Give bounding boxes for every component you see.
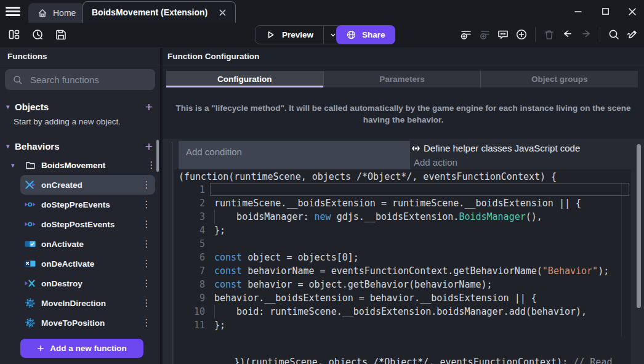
code-line-7[interactable]: 7const behaviorName = eventsFunctionCont… bbox=[174, 264, 631, 278]
code-footer-code: })(runtimeScene, objects /*Object*/, eve… bbox=[234, 357, 573, 364]
function-item-MoveToPosition[interactable]: MoveToPosition⋮ bbox=[20, 313, 155, 333]
function-item-doStepPreEvents[interactable]: doStepPreEvents⋮ bbox=[20, 195, 155, 214]
function-item-onActivate[interactable]: onActivate⋮ bbox=[20, 234, 155, 254]
code-line-9[interactable]: 9behavior.__boidsExtension = behavior.__… bbox=[174, 291, 631, 305]
gdevelop-window: Home BoidsMovement (Extension) bbox=[0, 0, 644, 364]
code-line-1[interactable]: 1 bbox=[174, 183, 631, 196]
kebab-menu-icon[interactable]: ⋮ bbox=[142, 317, 151, 328]
undo-button[interactable] bbox=[560, 26, 576, 43]
home-icon bbox=[37, 7, 48, 18]
code-line-text: behavior.__boidsExtension = behavior.__b… bbox=[214, 291, 537, 305]
kebab-menu-icon[interactable]: ⋮ bbox=[147, 160, 156, 171]
tab-home[interactable]: Home bbox=[28, 3, 84, 23]
function-item-label: onDestroy bbox=[41, 279, 136, 288]
function-item-label: onActivate bbox=[41, 240, 136, 249]
function-item-label: onCreated bbox=[41, 180, 136, 190]
add-object-button[interactable]: + bbox=[143, 100, 155, 113]
kebab-menu-icon[interactable]: ⋮ bbox=[142, 297, 151, 309]
edit-extension-button[interactable] bbox=[624, 26, 640, 43]
main-panel-title: Function Configuration bbox=[163, 48, 644, 65]
tab-parameters[interactable]: Parameters bbox=[323, 71, 481, 87]
code-line-8[interactable]: 8const behavior = object.getBehavior(beh… bbox=[174, 278, 631, 291]
panels-icon bbox=[8, 28, 20, 41]
event-drag-handle[interactable] bbox=[172, 142, 172, 364]
tab-extension[interactable]: BoidsMovement (Extension) bbox=[83, 1, 236, 23]
add-comment-button[interactable] bbox=[495, 26, 511, 43]
behavior-group-label: BoidsMovement bbox=[41, 161, 141, 170]
kebab-menu-icon[interactable]: ⋮ bbox=[142, 179, 151, 190]
panels-button[interactable] bbox=[6, 26, 22, 43]
folder-icon bbox=[25, 160, 36, 170]
chevron-down-icon[interactable]: ▾ bbox=[11, 161, 20, 169]
tab-object-groups[interactable]: Object groups bbox=[480, 71, 638, 87]
add-event-icon bbox=[460, 28, 472, 41]
function-item-onDeActivate[interactable]: onDeActivate⋮ bbox=[20, 254, 155, 273]
tab-configuration[interactable]: Configuration bbox=[166, 71, 323, 87]
redo-button[interactable] bbox=[578, 26, 594, 43]
share-button[interactable]: Share bbox=[336, 25, 395, 44]
trash-button[interactable] bbox=[541, 26, 557, 43]
sidebar-scrollbar[interactable] bbox=[156, 140, 159, 172]
code-wrapper-close: })(runtimeScene, objects /*Object*/, eve… bbox=[179, 342, 618, 364]
code-line-3[interactable]: 3 boidsManager: new gdjs.__boidsExtensio… bbox=[174, 210, 631, 224]
move-function-icon bbox=[25, 318, 36, 328]
add-subevent-icon bbox=[478, 28, 491, 41]
code-line-text: runtimeScene.__boidsExtension = runtimeS… bbox=[214, 196, 581, 210]
hamburger-menu-icon[interactable] bbox=[6, 5, 20, 17]
kebab-menu-icon[interactable]: ⋮ bbox=[142, 258, 151, 269]
code-line-text: const behavior = object.getBehavior(beha… bbox=[214, 278, 493, 291]
code-line-2[interactable]: 2runtimeScene.__boidsExtension = runtime… bbox=[174, 196, 631, 210]
js-code-editor[interactable]: (function(runtimeScene, objects /*Object… bbox=[174, 169, 631, 364]
share-button-label: Share bbox=[362, 30, 385, 39]
search-button[interactable] bbox=[606, 26, 622, 43]
function-item-MoveInDirection[interactable]: MoveInDirection⋮ bbox=[20, 293, 155, 313]
code-line-11[interactable]: 11}; bbox=[174, 318, 631, 332]
close-button[interactable] bbox=[626, 5, 639, 18]
kebab-menu-icon[interactable]: ⋮ bbox=[142, 199, 151, 210]
add-circle-button[interactable] bbox=[513, 26, 529, 43]
preview-button-main[interactable]: Preview bbox=[256, 26, 323, 44]
add-action-placeholder[interactable]: Add action bbox=[414, 157, 457, 168]
line-number: 2 bbox=[174, 196, 205, 210]
move-function-icon bbox=[25, 298, 36, 308]
function-item-onDestroy[interactable]: onDestroy⋮ bbox=[20, 273, 155, 293]
code-line-4[interactable]: 4}; bbox=[174, 224, 631, 237]
search-functions-box[interactable] bbox=[5, 69, 155, 90]
add-event-button[interactable] bbox=[458, 26, 474, 43]
function-configuration-panel: Function Configuration ConfigurationPara… bbox=[163, 48, 644, 364]
function-item-onCreated[interactable]: onCreated⋮ bbox=[20, 175, 155, 195]
preview-button[interactable]: Preview bbox=[255, 25, 342, 44]
js-event-title-row[interactable]: Define helper classes JavaScript code bbox=[411, 143, 580, 153]
search-icon bbox=[12, 75, 23, 85]
chevron-down-icon[interactable]: ▾ bbox=[6, 103, 15, 111]
function-item-label: MoveToPosition bbox=[41, 318, 136, 328]
behavior-group-row[interactable]: ▾ BoidsMovement ⋮ bbox=[11, 156, 156, 174]
tab-close-icon[interactable] bbox=[219, 9, 227, 17]
function-item-doStepPostEvents[interactable]: doStepPostEvents⋮ bbox=[20, 214, 155, 234]
kebab-menu-icon[interactable]: ⋮ bbox=[142, 219, 151, 230]
function-item-label: MoveInDirection bbox=[41, 299, 136, 308]
save-button[interactable] bbox=[53, 26, 69, 43]
minimize-button[interactable] bbox=[571, 5, 585, 18]
chevron-down-icon[interactable]: ▾ bbox=[6, 142, 15, 150]
maximize-button[interactable] bbox=[598, 5, 612, 18]
add-function-button[interactable]: + Add a new function bbox=[20, 339, 143, 358]
add-subevent-button[interactable] bbox=[477, 26, 493, 43]
code-line-10[interactable]: 10 boid: runtimeScene.__boidsExtension.b… bbox=[174, 305, 631, 318]
sidebar-title: Functions bbox=[0, 48, 160, 65]
add-circle-icon bbox=[515, 28, 528, 41]
preview-button-label: Preview bbox=[282, 30, 313, 39]
main-scrollbar[interactable] bbox=[637, 144, 641, 308]
activate-function-icon bbox=[25, 239, 36, 249]
code-line-6[interactable]: 6const object = objects[0]; bbox=[174, 251, 631, 264]
kebab-menu-icon[interactable]: ⋮ bbox=[142, 278, 151, 289]
code-wrapper-open: (function(runtimeScene, objects /*Object… bbox=[179, 170, 557, 184]
kebab-menu-icon[interactable]: ⋮ bbox=[142, 238, 151, 249]
add-behavior-button[interactable]: + bbox=[143, 140, 155, 153]
code-line-5[interactable]: 5 bbox=[174, 237, 631, 251]
code-line-text: const behaviorName = eventsFunctionConte… bbox=[214, 264, 609, 278]
add-condition-cell[interactable]: Add condition bbox=[179, 141, 410, 169]
search-functions-input[interactable] bbox=[29, 74, 134, 86]
history-button[interactable] bbox=[30, 26, 46, 43]
add-comment-icon bbox=[497, 28, 509, 41]
